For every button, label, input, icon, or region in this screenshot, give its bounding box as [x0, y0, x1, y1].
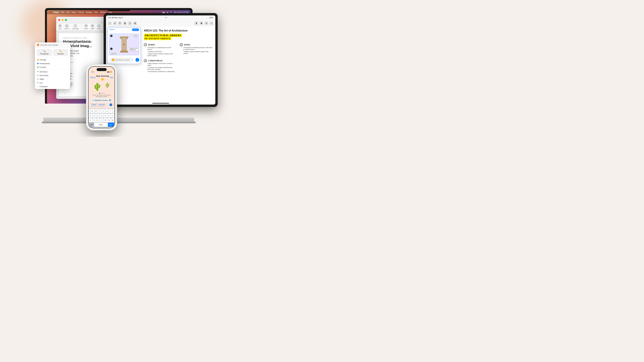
apple-logo-icon[interactable]: 🍎 [49, 11, 51, 13]
suggestion-cactuses[interactable]: cactuses [98, 103, 105, 106]
va-done-button[interactable]: Done [132, 28, 139, 31]
genmoji-search-input[interactable]: 🔍 Rainbow cactus × [90, 98, 113, 102]
minimize-button[interactable] [62, 19, 64, 21]
iphone: 9:41 ▮▮▮ 📶 Cancel New Genmoji AI Add [86, 64, 117, 130]
ipad-attachment-icon[interactable]: 📎 [128, 21, 132, 25]
toolbar-table[interactable]: ⊞ Table [91, 24, 94, 29]
key-i[interactable]: I [109, 109, 112, 113]
ipad-marker-icon[interactable]: ✏ [204, 21, 208, 25]
key-e[interactable]: E [91, 109, 94, 113]
macbook-base [43, 118, 194, 122]
key-b[interactable]: B [104, 118, 107, 122]
va-describe-input[interactable]: Describe an image [110, 58, 134, 62]
menu-item-key-points[interactable]: Key Points [35, 73, 70, 77]
menu-insert[interactable]: Insert [72, 11, 76, 13]
proofread-label: Proofread [40, 53, 48, 55]
menu-format[interactable]: Format [78, 11, 84, 13]
key-m[interactable]: M [111, 118, 114, 122]
doric-bullet-3: Squat, fluted, baseless columns with rou… [147, 53, 175, 56]
genmoji-add-button[interactable]: Add [110, 77, 113, 78]
genmoji-main-emoji[interactable]: 🌵 [92, 82, 102, 92]
key-y[interactable]: Y [102, 109, 105, 113]
compose-check-icon: ✓ [37, 86, 38, 87]
menu-item-table[interactable]: Table [35, 77, 70, 81]
key-o[interactable]: O [113, 109, 115, 113]
key-k[interactable]: K [111, 114, 114, 118]
notes-heading-2: OF ANCIENT GREECE [144, 37, 171, 40]
menu-item-professional[interactable]: Professional [35, 62, 70, 65]
key-x[interactable]: X [92, 118, 96, 122]
menu-item-summary[interactable]: Summary [35, 70, 70, 73]
key-s[interactable]: S [89, 114, 92, 118]
key-c[interactable]: C [96, 118, 100, 122]
ionic-bullet-1: Developed contemporaneously with Doric i… [183, 46, 213, 50]
key-z[interactable]: Z [89, 118, 92, 122]
key-g[interactable]: G [100, 114, 103, 118]
key-done[interactable]: done [108, 123, 114, 127]
ipad-settings-icon[interactable]: ⚙ [133, 21, 137, 25]
ipad-more2-icon[interactable]: ⋯ [210, 21, 213, 25]
corinthian-title: 3 CORINTHIAN [144, 59, 175, 62]
close-button[interactable] [58, 19, 60, 21]
toolbar-view[interactable]: ⊞ View [58, 24, 62, 29]
menu-item-list[interactable]: List [35, 81, 70, 85]
genmoji-dot-1 [99, 93, 100, 94]
genmoji-clear-button[interactable]: × [109, 99, 111, 101]
menu-item-compose[interactable]: ✓ Compose... [35, 85, 70, 88]
va-remove-bottom-left[interactable]: − [110, 48, 112, 50]
menu-arrange[interactable]: Arrange [86, 11, 92, 13]
va-remove-top-left[interactable]: − [110, 35, 112, 37]
genmoji-cancel-button[interactable]: Cancel [90, 77, 96, 78]
keyboard[interactable]: Q W E R T Y U I O P A S D [88, 108, 114, 128]
menu-view[interactable]: View [94, 11, 98, 13]
ipad-undo-icon[interactable]: ↩ [113, 21, 117, 25]
toolbar-insert[interactable]: ⊕ Insert [84, 24, 88, 29]
ipad-more-icon[interactable]: ••• [165, 17, 167, 18]
dynamic-island [96, 68, 107, 71]
key-row-qwerty: Q W E R T Y U I O P [89, 109, 114, 113]
professional-dot-icon [37, 63, 38, 64]
ipad-share-icon[interactable]: ⬆ [194, 21, 198, 25]
toolbar-zoom[interactable]: 🔍 136% ▾ [64, 24, 70, 29]
genmoji-alt-emoji[interactable]: 🌵 [104, 82, 111, 88]
maximize-button[interactable] [65, 19, 67, 21]
toolbar-add-page[interactable]: + Add Page [72, 24, 79, 29]
wt-menu-items: Friendly Professional Concise Summary Ke… [35, 57, 70, 89]
ipad-toolbar: ← ↩ ✎ ⊞ 📎 ⚙ ⬆ ✚ ✏ ⋯ [106, 20, 215, 26]
menu-window[interactable]: Window [100, 11, 106, 13]
ipad-notes[interactable]: ARCH 115: The Art of Architecture ARCHIT… [141, 26, 215, 105]
key-j[interactable]: J [107, 114, 111, 118]
key-w[interactable]: W [88, 109, 90, 113]
key-t[interactable]: T [98, 109, 102, 113]
ipad-back-icon[interactable]: ← [108, 21, 112, 25]
menu-item-concise[interactable]: Concise [35, 65, 70, 69]
rewrite-button[interactable]: ✏️ Rewrite [53, 49, 68, 56]
menu-edit[interactable]: Edit [66, 11, 70, 13]
notes-heading-1: ARCHITECTURAL ORDERS [144, 34, 182, 37]
key-d[interactable]: D [92, 114, 96, 118]
va-add-button[interactable]: + [136, 58, 139, 62]
key-space[interactable]: space [94, 123, 108, 127]
menu-file[interactable]: File [62, 11, 64, 13]
key-v[interactable]: V [100, 118, 103, 122]
key-r[interactable]: R [94, 109, 98, 113]
toolbar-chart[interactable]: 📊 Chart [97, 24, 100, 29]
menu-search-icon[interactable]: 🔍 [170, 11, 172, 13]
key-h[interactable]: H [104, 114, 107, 118]
menu-help[interactable]: Help [108, 11, 112, 13]
menu-wifi-icon: ◉ [167, 11, 168, 13]
mic-button[interactable]: 🎤 [110, 103, 112, 106]
proofread-button[interactable]: 🔍 Proofread [37, 49, 52, 56]
va-cancel-button[interactable]: Cancel [109, 28, 114, 31]
key-123[interactable]: 123 [89, 123, 94, 127]
key-f[interactable]: F [96, 114, 100, 118]
menu-item-friendly[interactable]: Friendly [35, 58, 70, 62]
ipad-lasso-icon[interactable]: ✎ [118, 21, 122, 25]
key-n[interactable]: N [107, 118, 111, 122]
suggestion-cactus[interactable]: "cactus" [91, 103, 97, 106]
pages-menu-app[interactable]: Pages [54, 11, 59, 13]
ipad-add-icon[interactable]: ✚ [200, 21, 203, 25]
ipad-grid-icon[interactable]: ⊞ [123, 21, 127, 25]
ionic-title: 2 IONIC [180, 43, 213, 46]
key-u[interactable]: U [106, 109, 109, 113]
